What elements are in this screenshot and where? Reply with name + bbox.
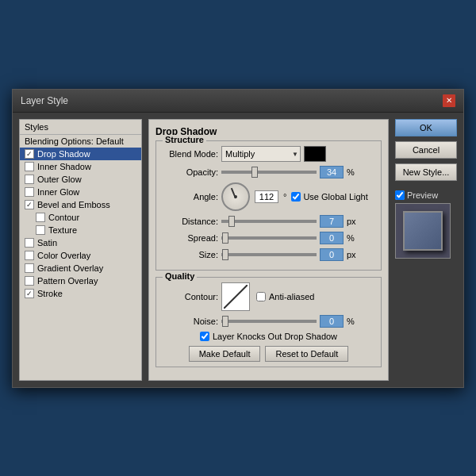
- texture-checkbox[interactable]: [36, 225, 45, 235]
- preview-label-row: Preview: [395, 190, 457, 200]
- bevel-emboss-label: Bevel and Emboss: [37, 200, 110, 209]
- layer-knocks-label: Layer Knocks Out Drop Shadow: [213, 332, 337, 341]
- global-light-checkbox[interactable]: [291, 192, 301, 202]
- noise-slider[interactable]: [221, 320, 317, 323]
- layer-knocks-checkbox[interactable]: [200, 332, 209, 341]
- inner-shadow-label: Inner Shadow: [37, 162, 91, 171]
- contour-preview[interactable]: [221, 282, 250, 311]
- cancel-button[interactable]: Cancel: [395, 141, 457, 159]
- new-style-button[interactable]: New Style...: [395, 163, 457, 181]
- sidebar-item-inner-shadow[interactable]: Inner Shadow: [20, 160, 141, 173]
- texture-label: Texture: [48, 225, 77, 235]
- noise-value-input[interactable]: [320, 315, 344, 328]
- inner-glow-label: Inner Glow: [37, 187, 79, 197]
- opacity-unit: %: [347, 167, 355, 177]
- size-slider-container: px: [221, 248, 356, 261]
- size-label: Size:: [163, 250, 218, 259]
- satin-label: Satin: [37, 238, 57, 248]
- default-buttons-row: Make Default Reset to Default: [163, 346, 374, 362]
- color-overlay-label: Color Overlay: [37, 251, 90, 260]
- size-row: Size: px: [163, 248, 374, 261]
- distance-slider[interactable]: [221, 220, 317, 223]
- title-bar: Layer Style ✕: [13, 90, 463, 113]
- opacity-slider[interactable]: [221, 171, 317, 174]
- noise-row: Noise: %: [163, 315, 374, 328]
- spread-slider-container: %: [221, 232, 355, 244]
- left-panel: Styles Blending Options: Default Drop Sh…: [19, 119, 142, 381]
- distance-unit: px: [347, 217, 356, 226]
- sidebar-item-satin[interactable]: Satin: [20, 236, 141, 249]
- spread-slider[interactable]: [221, 236, 317, 240]
- sidebar-item-stroke[interactable]: Stroke: [20, 287, 141, 300]
- pattern-overlay-checkbox[interactable]: [25, 276, 34, 286]
- main-content: Drop Shadow Structure Blend Mode: Multip…: [148, 119, 389, 381]
- quality-contour-label: Contour:: [163, 292, 218, 301]
- angle-value-input[interactable]: [255, 190, 278, 203]
- preview-thumbnail: [403, 211, 443, 251]
- contour-svg: [224, 285, 248, 309]
- sidebar-item-contour[interactable]: Contour: [20, 211, 141, 224]
- noise-slider-container: %: [221, 315, 355, 328]
- sidebar-item-pattern-overlay[interactable]: Pattern Overlay: [20, 274, 141, 287]
- satin-checkbox[interactable]: [25, 238, 34, 248]
- distance-row: Distance: px: [163, 215, 374, 228]
- opacity-label: Opacity:: [163, 167, 218, 177]
- angle-container: ° Use Global Light: [221, 182, 368, 211]
- anti-alias-checkbox[interactable]: [256, 292, 266, 301]
- structure-group: Structure Blend Mode: Multiply Normal Sc…: [155, 140, 382, 271]
- sidebar-item-drop-shadow[interactable]: Drop Shadow: [20, 148, 141, 160]
- contour-label: Contour: [48, 213, 79, 222]
- sidebar-item-bevel-emboss[interactable]: Bevel and Emboss: [20, 198, 141, 211]
- distance-label: Distance:: [163, 217, 218, 226]
- close-button[interactable]: ✕: [443, 94, 455, 107]
- make-default-button[interactable]: Make Default: [189, 346, 261, 362]
- blend-mode-label: Blend Mode:: [163, 149, 218, 159]
- reset-default-button[interactable]: Reset to Default: [265, 346, 348, 362]
- gradient-overlay-checkbox[interactable]: [25, 263, 34, 273]
- sidebar-item-blending[interactable]: Blending Options: Default: [20, 135, 141, 148]
- spread-value-input[interactable]: [320, 232, 344, 244]
- sidebar-item-gradient-overlay[interactable]: Gradient Overlay: [20, 262, 141, 274]
- color-swatch[interactable]: [304, 146, 326, 162]
- size-value-input[interactable]: [320, 248, 344, 261]
- color-overlay-checkbox[interactable]: [25, 251, 34, 260]
- global-light-label: Use Global Light: [291, 192, 367, 202]
- opacity-slider-container: %: [221, 166, 355, 178]
- distance-slider-container: px: [221, 215, 356, 228]
- opacity-value-input[interactable]: [320, 166, 344, 178]
- stroke-label: Stroke: [37, 289, 63, 298]
- sidebar-item-texture[interactable]: Texture: [20, 224, 141, 236]
- opacity-row: Opacity: %: [163, 166, 374, 178]
- preview-checkbox[interactable]: [395, 190, 405, 200]
- sidebar-item-color-overlay[interactable]: Color Overlay: [20, 249, 141, 262]
- size-slider[interactable]: [221, 253, 317, 256]
- angle-dial[interactable]: [221, 182, 250, 211]
- spread-unit: %: [347, 233, 355, 243]
- drop-shadow-label: Drop Shadow: [37, 149, 90, 159]
- preview-label: Preview: [407, 190, 438, 200]
- gradient-overlay-label: Gradient Overlay: [37, 263, 103, 273]
- distance-value-input[interactable]: [320, 215, 344, 228]
- sidebar-item-outer-glow[interactable]: Outer Glow: [20, 173, 141, 186]
- dialog-body: Styles Blending Options: Default Drop Sh…: [13, 113, 463, 387]
- blend-mode-row: Blend Mode: Multiply Normal Screen Overl…: [163, 146, 374, 162]
- inner-shadow-checkbox[interactable]: [25, 162, 34, 171]
- sidebar-item-inner-glow[interactable]: Inner Glow: [20, 186, 141, 198]
- anti-alias-label: Anti-aliased: [269, 292, 314, 301]
- quality-label: Quality: [163, 271, 197, 281]
- stroke-checkbox[interactable]: [25, 289, 34, 298]
- contour-checkbox[interactable]: [36, 213, 45, 222]
- inner-glow-checkbox[interactable]: [25, 187, 34, 197]
- spread-row: Spread: %: [163, 232, 374, 244]
- right-panel: OK Cancel New Style... Preview: [395, 119, 457, 381]
- outer-glow-label: Outer Glow: [37, 175, 82, 184]
- noise-label: Noise:: [163, 317, 218, 326]
- bevel-emboss-checkbox[interactable]: [25, 200, 34, 209]
- outer-glow-checkbox[interactable]: [25, 175, 34, 184]
- angle-label: Angle:: [163, 192, 218, 202]
- ok-button[interactable]: OK: [395, 119, 457, 136]
- drop-shadow-checkbox[interactable]: [25, 149, 34, 159]
- quality-contour-row: Contour: Anti-aliased: [163, 282, 374, 311]
- angle-row: Angle: ° Use Global Light: [163, 182, 374, 211]
- blend-mode-select[interactable]: Multiply Normal Screen Overlay: [221, 146, 301, 162]
